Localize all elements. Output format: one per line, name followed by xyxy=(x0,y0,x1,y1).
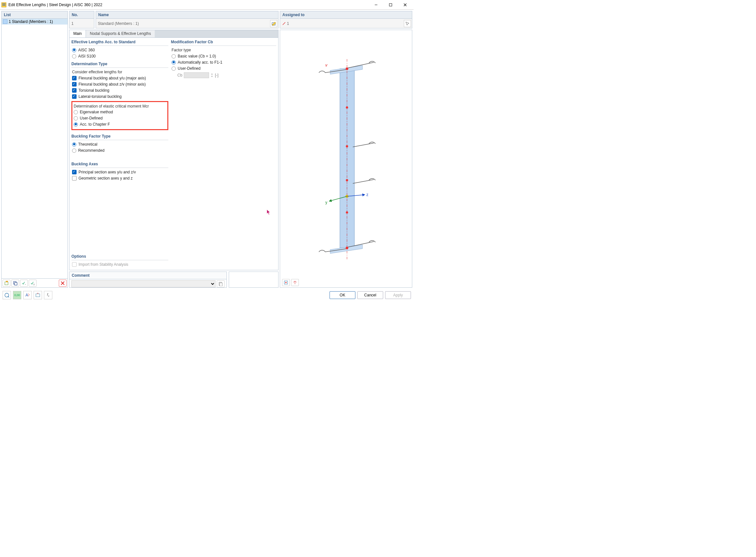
svg-text:★: ★ xyxy=(5,281,9,284)
list-item[interactable]: 1 Standard (Members : 1) xyxy=(2,19,67,25)
svg-point-34 xyxy=(346,247,348,249)
svg-point-31 xyxy=(346,145,348,148)
cursor-icon xyxy=(267,209,271,215)
svg-point-42 xyxy=(285,282,286,283)
radio-cb-auto[interactable]: Automatically acc. to F1-1 xyxy=(172,60,276,65)
svg-rect-1 xyxy=(2,4,5,4)
member-icon xyxy=(282,22,286,26)
top-row: No. 1 Name Standard (Members : 1) Assign… xyxy=(69,11,412,28)
tab-main[interactable]: Main xyxy=(69,30,86,37)
copy-item-button[interactable] xyxy=(11,280,19,287)
group-effective-lengths: Effective Lengths Acc. to Standard AISC … xyxy=(72,40,168,60)
svg-text:v: v xyxy=(325,63,328,67)
close-button[interactable] xyxy=(398,0,412,10)
apply-button: Apply xyxy=(385,291,411,299)
tab-main-body: Effective Lengths Acc. to Standard AISC … xyxy=(69,37,279,270)
footer-tool-favorite[interactable] xyxy=(34,291,42,299)
svg-rect-10 xyxy=(15,283,17,285)
center-area: Main Nodal Supports & Effective Lengths … xyxy=(69,30,279,288)
comment-lib-button[interactable] xyxy=(217,280,225,287)
right-column: No. 1 Name Standard (Members : 1) Assign… xyxy=(69,11,412,288)
assigned-value[interactable]: 1 xyxy=(280,19,412,28)
radio-theoretical[interactable]: Theoretical xyxy=(72,142,168,147)
pick-assign-button[interactable] xyxy=(404,20,411,27)
comment-select[interactable] xyxy=(72,280,216,287)
footer-tool-text[interactable]: A xyxy=(23,291,32,299)
check-flexural-zv[interactable]: Flexural buckling about z/v (minor axis) xyxy=(72,82,168,87)
group-buckling-axes: Buckling Axes Principal section axes y/u… xyxy=(72,162,168,182)
group-title-cb: Modification Factor Cb xyxy=(171,40,276,46)
check-flexural-yu[interactable]: Flexural buckling about y/u (major axis) xyxy=(72,76,168,80)
svg-text:z: z xyxy=(366,193,368,197)
edit-name-button[interactable] xyxy=(270,20,277,27)
app-icon xyxy=(1,2,6,7)
name-panel: Name Standard (Members : 1) xyxy=(95,11,279,28)
work-area: List 1 Standard (Members : 1) ★ No. 1 Na… xyxy=(0,10,414,289)
mcr-highlight: Determination of elastic critical moment… xyxy=(72,101,168,130)
left-column: Effective Lengths Acc. to Standard AISC … xyxy=(72,40,168,268)
radio-aisc-360[interactable]: AISC 360 xyxy=(72,48,168,52)
radio-eigenvalue[interactable]: Eigenvalue method xyxy=(74,110,166,114)
list-toolbar: ★ xyxy=(2,278,67,287)
list-item-label: 1 Standard (Members : 1) xyxy=(9,19,53,24)
svg-line-27 xyxy=(353,179,374,183)
svg-rect-2 xyxy=(2,5,5,5)
tab-strip: Main Nodal Supports & Effective Lengths xyxy=(69,30,279,37)
group-title-options: Options xyxy=(72,254,168,260)
svg-point-32 xyxy=(346,179,348,181)
group-buckling-factor: Buckling Factor Type Theoretical Recomme… xyxy=(72,134,168,154)
check-geometric-axes[interactable]: Geometric section axes y and z xyxy=(72,176,168,180)
check-ltb[interactable]: Lateral-torsional buckling xyxy=(72,94,168,99)
radio-cb-user[interactable]: User-Defined xyxy=(172,66,276,71)
right-column-inner: Modification Factor Cb Factor type Basic… xyxy=(171,40,276,268)
no-value[interactable]: 1 xyxy=(69,19,94,28)
radio-chapter-f[interactable]: Acc. to Chapter F xyxy=(74,122,166,126)
svg-rect-19 xyxy=(220,283,222,286)
member-figure: z y v xyxy=(280,30,413,275)
svg-point-29 xyxy=(346,67,348,70)
radio-user-mcr[interactable]: User-Defined xyxy=(74,116,166,120)
minimize-button[interactable] xyxy=(369,0,383,10)
footer-tool-fx[interactable]: fx xyxy=(44,291,52,299)
spinner-icon xyxy=(211,72,213,78)
svg-rect-4 xyxy=(389,4,392,6)
svg-point-33 xyxy=(346,211,348,214)
radio-aisi-s100[interactable]: AISI S100 xyxy=(72,54,168,58)
svg-text:y: y xyxy=(325,200,327,205)
tab-nodal[interactable]: Nodal Supports & Effective Lengths xyxy=(86,30,155,37)
name-value[interactable]: Standard (Members : 1) xyxy=(96,19,278,28)
svg-point-30 xyxy=(346,107,348,109)
footer-tool-help[interactable] xyxy=(3,291,11,299)
svg-rect-46 xyxy=(36,294,40,297)
dialog-footer: 0,00 A fx OK Cancel Apply xyxy=(0,289,414,301)
list-header: List xyxy=(2,11,67,19)
svg-text:A: A xyxy=(26,293,28,297)
consider-subhead: Consider effective lengths for xyxy=(72,70,168,74)
ok-button[interactable]: OK xyxy=(330,291,355,299)
new-item-button[interactable]: ★ xyxy=(3,280,10,287)
group-cb: Modification Factor Cb Factor type Basic… xyxy=(171,40,276,80)
radio-recommended[interactable]: Recommended xyxy=(72,148,168,153)
check-b-button[interactable] xyxy=(29,280,36,287)
assigned-header: Assigned to xyxy=(280,11,412,19)
radio-cb-basic[interactable]: Basic value (Cb = 1.0) xyxy=(172,54,276,58)
group-options: Options Import from Stability Analysis xyxy=(72,254,168,268)
check-a-button[interactable] xyxy=(20,280,28,287)
check-torsional[interactable]: Torsional buckling xyxy=(72,88,168,93)
check-principal-axes[interactable]: Principal section axes y/u and z/v xyxy=(72,170,168,174)
window-title: Edit Effective Lengths | Steel Design | … xyxy=(8,3,369,7)
list-body: 1 Standard (Members : 1) xyxy=(2,19,67,278)
maximize-button[interactable] xyxy=(383,0,398,10)
preview-tool-a[interactable] xyxy=(282,279,290,286)
delete-button[interactable] xyxy=(59,280,66,287)
footer-tool-units[interactable]: 0,00 xyxy=(13,291,21,299)
cb-spin: Cb [-] xyxy=(177,72,276,78)
preview-panel[interactable]: z y v xyxy=(280,30,412,288)
assigned-panel: Assigned to 1 xyxy=(280,11,412,28)
group-title-buckling-axes: Buckling Axes xyxy=(72,162,168,168)
preview-tool-b[interactable] xyxy=(291,279,299,286)
list-panel: List 1 Standard (Members : 1) ★ xyxy=(1,11,68,288)
group-title-effective-lengths: Effective Lengths Acc. to Standard xyxy=(72,40,168,46)
group-title-buckling-factor: Buckling Factor Type xyxy=(72,134,168,140)
cancel-button[interactable]: Cancel xyxy=(357,291,383,299)
